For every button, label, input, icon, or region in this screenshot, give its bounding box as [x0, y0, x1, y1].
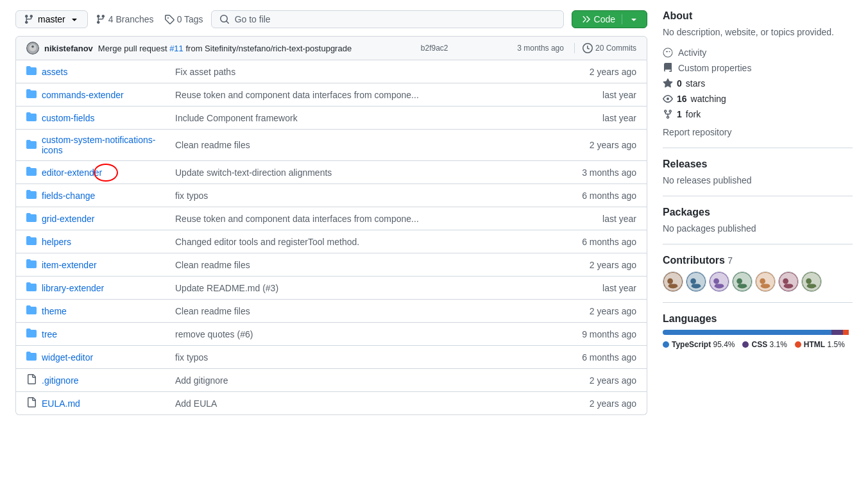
stars-count[interactable]: 0	[677, 78, 682, 89]
file-name[interactable]: fields-change	[42, 191, 170, 201]
file-name[interactable]: grid-extender	[42, 214, 170, 224]
branch-icon	[96, 14, 106, 24]
file-commit: Changed editor tools and registerTool me…	[175, 237, 577, 247]
fork-text: fork	[686, 109, 701, 119]
file-commit: Clean readme files	[175, 140, 584, 150]
table-row: custom-system-notifications-iconsClean r…	[16, 130, 647, 161]
custom-properties-link[interactable]: Custom properties	[663, 60, 853, 76]
commit-count[interactable]: 20 Commits	[574, 43, 636, 53]
contributor-avatar[interactable]	[778, 271, 799, 292]
file-time: 3 months ago	[582, 167, 636, 178]
folder-icon	[26, 89, 37, 101]
lang-segment	[831, 330, 843, 335]
folder-icon	[26, 112, 37, 124]
file-time: 2 years ago	[590, 398, 636, 409]
lang-name: TypeScript 95.4%	[672, 340, 735, 349]
file-time: 9 months ago	[582, 329, 636, 339]
code-label: Code	[594, 14, 615, 24]
star-icon	[663, 78, 673, 89]
file-commit: Include Component framework	[175, 113, 597, 123]
languages-section: Languages TypeScript 95.4% CSS 3.1% HTML…	[663, 313, 853, 349]
commit-pr-link[interactable]: #11	[169, 44, 183, 53]
sidebar: About No description, website, or topics…	[663, 10, 853, 415]
releases-title: Releases	[663, 158, 853, 170]
file-commit: Add EULA	[175, 398, 584, 409]
eye-icon	[663, 94, 673, 104]
packages-title: Packages	[663, 207, 853, 218]
watching-row: 16 watching	[663, 91, 853, 107]
commit-message: Merge pull request #11 from Sitefinity/n…	[98, 44, 352, 53]
file-name[interactable]: .gitignore	[42, 375, 170, 386]
file-name[interactable]: EULA.md	[42, 398, 170, 409]
table-row: item-extenderClean readme files2 years a…	[16, 253, 647, 277]
contributor-avatar[interactable]	[801, 271, 822, 292]
file-time: 2 years ago	[590, 375, 636, 386]
folder-icon	[26, 328, 37, 340]
file-time: 2 years ago	[590, 67, 636, 77]
report-link[interactable]: Report repository	[663, 127, 853, 137]
table-row: fields-changefix typos6 months ago	[16, 184, 647, 207]
tag-icon	[164, 14, 174, 24]
folder-icon	[26, 189, 37, 201]
file-name[interactable]: theme	[42, 306, 170, 316]
tags-label: 0 Tags	[177, 14, 203, 24]
sidebar-divider-1	[663, 148, 853, 148]
sidebar-divider-2	[663, 196, 853, 196]
file-name[interactable]: custom-system-notifications-icons	[42, 135, 170, 155]
file-commit: Update switch-text-direction alignments	[175, 167, 577, 178]
search-placeholder: Go to file	[235, 14, 271, 24]
file-name[interactable]: widget-editor	[42, 352, 170, 363]
table-row: library-extenderUpdate README.md (#3)las…	[16, 277, 647, 300]
contributor-avatar[interactable]	[663, 271, 683, 292]
table-row: custom-fieldsInclude Component framework…	[16, 107, 647, 130]
contributor-avatar[interactable]	[755, 271, 776, 292]
lang-name: HTML 1.5%	[804, 340, 845, 349]
folder-icon	[26, 282, 37, 294]
commit-author[interactable]: nikistefanov	[44, 44, 93, 53]
file-name[interactable]: helpers	[42, 237, 170, 247]
contributors-section: Contributors 7	[663, 255, 853, 292]
lang-item: CSS 3.1%	[742, 340, 787, 349]
branch-selector[interactable]: master	[15, 10, 88, 28]
table-row: commands-extenderReuse token and compone…	[16, 83, 647, 107]
file-time: last year	[602, 90, 636, 100]
code-button[interactable]: Code	[572, 10, 647, 28]
file-name[interactable]: item-extender	[42, 260, 170, 270]
file-name[interactable]: editor-extender	[42, 167, 170, 178]
branch-name: master	[38, 14, 65, 24]
branches-tags: 4 Branches 0 Tags	[96, 14, 203, 24]
table-row: assetsFix asset paths2 years ago	[16, 60, 647, 83]
activity-link[interactable]: Activity	[663, 45, 853, 60]
top-bar: master 4 Branches 0 Tags	[15, 10, 647, 28]
languages-title: Languages	[663, 313, 853, 325]
fork-count[interactable]: 1	[677, 109, 682, 119]
folder-icon	[26, 65, 37, 78]
file-time: last year	[602, 113, 636, 123]
file-name[interactable]: assets	[42, 67, 170, 77]
commit-hash[interactable]: b2f9ac2	[421, 44, 448, 53]
contributor-avatar[interactable]	[709, 271, 729, 292]
contributor-avatar[interactable]	[732, 271, 753, 292]
file-name[interactable]: custom-fields	[42, 113, 170, 123]
folder-icon	[26, 351, 37, 363]
table-row: helpersChanged editor tools and register…	[16, 230, 647, 253]
tags-count[interactable]: 0 Tags	[164, 14, 203, 24]
watching-count[interactable]: 16	[677, 94, 687, 104]
branches-count[interactable]: 4 Branches	[96, 14, 154, 24]
file-commit: Update README.md (#3)	[175, 283, 597, 293]
lang-item: HTML 1.5%	[795, 340, 845, 349]
file-name[interactable]: library-extender	[42, 283, 170, 293]
contributor-avatar[interactable]	[686, 271, 706, 292]
go-to-file-search[interactable]: Go to file	[211, 10, 564, 28]
file-commit: Add gitignore	[175, 375, 584, 386]
file-name[interactable]: commands-extender	[42, 90, 170, 100]
folder-icon	[26, 259, 37, 271]
file-time: 6 months ago	[582, 237, 636, 247]
folder-icon	[26, 305, 37, 317]
file-name[interactable]: tree	[42, 329, 170, 339]
file-time: 2 years ago	[590, 140, 636, 150]
file-table: assetsFix asset paths2 years agocommands…	[15, 60, 647, 415]
file-time: 6 months ago	[582, 191, 636, 201]
chevron-down-icon	[69, 14, 80, 24]
packages-section: Packages No packages published	[663, 207, 853, 234]
